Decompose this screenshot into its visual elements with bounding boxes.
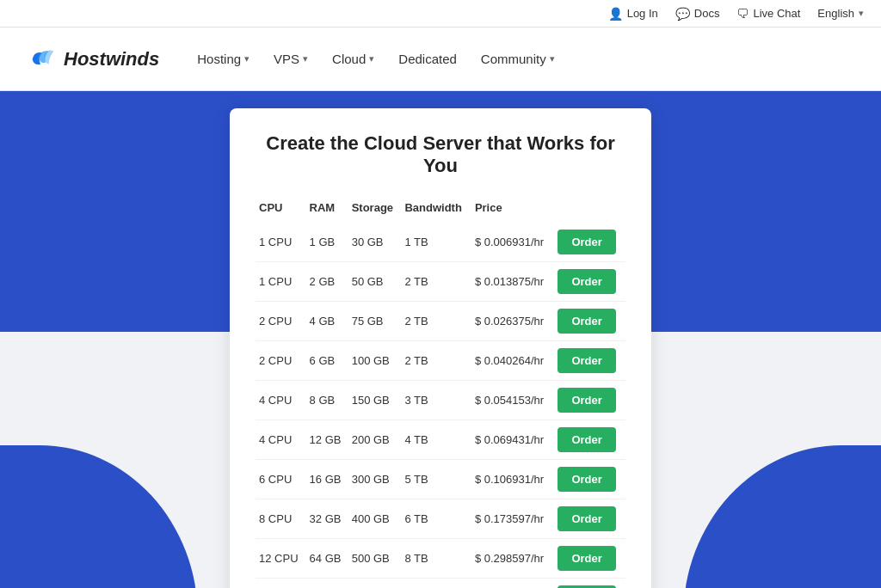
table-row: 12 CPU 64 GB 500 GB 8 TB $ 0.298597/hr O… xyxy=(256,539,625,579)
cell-price: $ 0.069431/hr xyxy=(471,420,555,460)
cell-bandwidth: 3 TB xyxy=(401,381,471,420)
pricing-table: CPU RAM Storage Bandwidth Price 1 CPU 1 … xyxy=(256,196,625,588)
col-bandwidth: Bandwidth xyxy=(401,196,471,223)
cell-cpu: 4 CPU xyxy=(256,381,306,420)
nav-item-cloud[interactable]: Cloud▾ xyxy=(329,47,378,70)
cell-order: Order xyxy=(554,539,625,579)
pricing-tbody: 1 CPU 1 GB 30 GB 1 TB $ 0.006931/hr Orde… xyxy=(256,223,625,588)
cell-bandwidth: 4 TB xyxy=(401,420,471,460)
nav-chevron-icon: ▾ xyxy=(369,53,374,64)
col-price: Price xyxy=(471,196,555,223)
livechat-label: Live Chat xyxy=(753,7,800,20)
cell-ram: 16 GB xyxy=(306,460,348,499)
order-button[interactable]: Order xyxy=(558,546,615,571)
cell-price: $ 0.298597/hr xyxy=(471,539,555,579)
nav-items: Hosting▾VPS▾Cloud▾DedicatedCommunity▾ xyxy=(194,47,558,70)
chat-icon: 🗨 xyxy=(736,7,749,21)
table-row: 4 CPU 12 GB 200 GB 4 TB $ 0.069431/hr Or… xyxy=(256,420,625,460)
nav-chevron-icon: ▾ xyxy=(550,53,555,64)
cell-order: Order xyxy=(554,262,625,302)
cell-price: $ 0.106931/hr xyxy=(471,460,555,499)
nav-item-vps[interactable]: VPS▾ xyxy=(270,47,311,70)
cell-ram: 6 GB xyxy=(306,341,348,381)
nav-chevron-icon: ▾ xyxy=(303,53,308,64)
card-title: Create the Cloud Server that Works for Y… xyxy=(256,132,625,177)
cell-ram: 2 GB xyxy=(306,262,348,302)
cell-storage: 100 GB xyxy=(348,341,402,381)
order-button[interactable]: Order xyxy=(558,348,615,373)
cell-ram: 96 GB xyxy=(306,579,348,589)
language-selector[interactable]: English ▾ xyxy=(817,7,864,20)
table-row: 16 CPU 96 GB 750 GB 9 TB $ 0.456931/hr O… xyxy=(256,579,625,589)
top-bar: 👤 Log In 💬 Docs 🗨 Live Chat English ▾ xyxy=(0,0,881,28)
cell-cpu: 4 CPU xyxy=(256,420,306,460)
cell-ram: 4 GB xyxy=(306,302,348,341)
nav-item-hosting[interactable]: Hosting▾ xyxy=(194,47,253,70)
cell-order: Order xyxy=(554,420,625,460)
cell-order: Order xyxy=(554,381,625,420)
cell-storage: 150 GB xyxy=(348,381,402,420)
login-icon: 👤 xyxy=(608,7,623,21)
content-area: Create the Cloud Server that Works for Y… xyxy=(0,91,881,588)
cell-bandwidth: 2 TB xyxy=(401,302,471,341)
logo-text: Hostwinds xyxy=(64,48,159,70)
order-button[interactable]: Order xyxy=(558,388,615,413)
table-row: 2 CPU 6 GB 100 GB 2 TB $ 0.040264/hr Ord… xyxy=(256,341,625,381)
cell-price: $ 0.006931/hr xyxy=(471,223,555,262)
order-button[interactable]: Order xyxy=(558,309,615,334)
cell-bandwidth: 8 TB xyxy=(401,539,471,579)
cell-cpu: 12 CPU xyxy=(256,539,306,579)
nav-label: Dedicated xyxy=(398,52,457,66)
col-storage: Storage xyxy=(348,196,402,223)
order-button[interactable]: Order xyxy=(558,230,615,254)
cell-price: $ 0.054153/hr xyxy=(471,381,555,420)
nav-label: VPS xyxy=(274,52,299,66)
cell-bandwidth: 2 TB xyxy=(401,341,471,381)
livechat-link[interactable]: 🗨 Live Chat xyxy=(736,7,800,21)
logo[interactable]: Hostwinds xyxy=(26,43,159,76)
login-link[interactable]: 👤 Log In xyxy=(608,7,658,21)
cell-storage: 500 GB xyxy=(348,539,402,579)
cell-cpu: 2 CPU xyxy=(256,302,306,341)
col-cpu: CPU xyxy=(256,196,306,223)
cell-price: $ 0.456931/hr xyxy=(471,579,555,589)
cell-bandwidth: 5 TB xyxy=(401,460,471,499)
cell-storage: 200 GB xyxy=(348,420,402,460)
order-button[interactable]: Order xyxy=(558,467,615,492)
cell-order: Order xyxy=(554,579,625,589)
cell-price: $ 0.013875/hr xyxy=(471,262,555,302)
cell-cpu: 1 CPU xyxy=(256,262,306,302)
cell-price: $ 0.173597/hr xyxy=(471,499,555,539)
cell-order: Order xyxy=(554,223,625,262)
order-button[interactable]: Order xyxy=(558,269,615,294)
login-label: Log In xyxy=(627,7,658,20)
cell-storage: 50 GB xyxy=(348,262,402,302)
table-row: 8 CPU 32 GB 400 GB 6 TB $ 0.173597/hr Or… xyxy=(256,499,625,539)
docs-link[interactable]: 💬 Docs xyxy=(675,7,720,21)
nav-item-community[interactable]: Community▾ xyxy=(477,47,558,70)
nav-item-dedicated[interactable]: Dedicated xyxy=(395,47,460,70)
table-row: 1 CPU 1 GB 30 GB 1 TB $ 0.006931/hr Orde… xyxy=(256,223,625,262)
table-header-row: CPU RAM Storage Bandwidth Price xyxy=(256,196,625,223)
cell-cpu: 8 CPU xyxy=(256,499,306,539)
cell-bandwidth: 6 TB xyxy=(401,499,471,539)
pricing-card: Create the Cloud Server that Works for Y… xyxy=(230,108,651,588)
cell-storage: 75 GB xyxy=(348,302,402,341)
cell-storage: 400 GB xyxy=(348,499,402,539)
cell-order: Order xyxy=(554,341,625,381)
cell-order: Order xyxy=(554,302,625,341)
cell-ram: 12 GB xyxy=(306,420,348,460)
wave-left-bg xyxy=(0,445,198,588)
table-row: 2 CPU 4 GB 75 GB 2 TB $ 0.026375/hr Orde… xyxy=(256,302,625,341)
order-button[interactable]: Order xyxy=(558,427,615,452)
cell-order: Order xyxy=(554,460,625,499)
nav-label: Community xyxy=(481,52,546,66)
docs-label: Docs xyxy=(694,7,720,20)
logo-icon xyxy=(26,43,59,76)
cell-bandwidth: 9 TB xyxy=(401,579,471,589)
cell-price: $ 0.026375/hr xyxy=(471,302,555,341)
cell-bandwidth: 1 TB xyxy=(401,223,471,262)
order-button[interactable]: Order xyxy=(558,506,615,531)
nav-label: Hosting xyxy=(197,52,241,66)
cell-storage: 30 GB xyxy=(348,223,402,262)
